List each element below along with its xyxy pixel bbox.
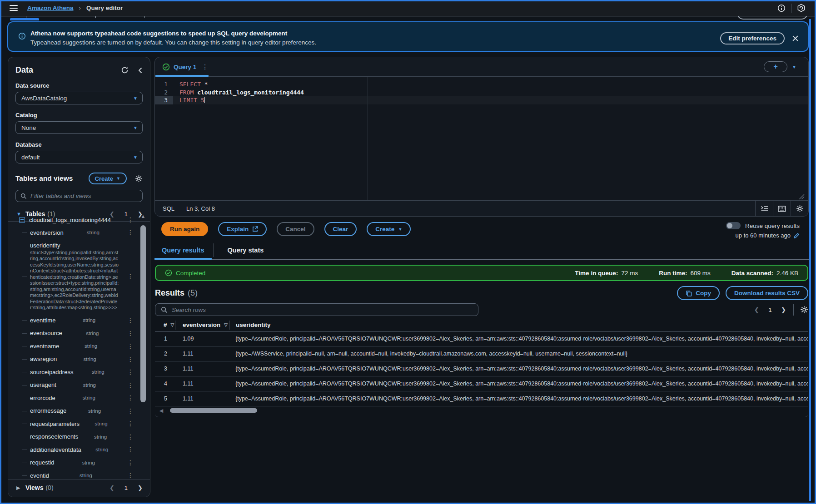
column-row[interactable]: awsregionstring⋮ (8, 353, 137, 366)
gear-icon[interactable] (135, 175, 143, 183)
scroll-up-icon[interactable]: ▲ (140, 213, 146, 219)
filter-tables-input[interactable] (30, 193, 138, 199)
run-again-button[interactable]: Run again (161, 222, 208, 236)
table-row[interactable]: 51.11{type=AssumedRole, principalid=AROA… (155, 391, 808, 406)
menu-icon[interactable] (10, 5, 18, 11)
column-row[interactable]: sourceipaddressstring⋮ (8, 366, 137, 379)
create-dropdown-button[interactable]: Create ▼ (367, 222, 411, 236)
kebab-menu-icon[interactable]: ⋮ (127, 446, 134, 453)
query-tab-menu-icon[interactable]: ⋮ (202, 63, 208, 70)
format-query-icon[interactable] (755, 201, 773, 217)
cloudshell-hexagon-icon[interactable] (793, 3, 809, 14)
hscrollbar-thumb[interactable] (170, 408, 257, 413)
column-row[interactable]: useridentitystruct<type:string,principal… (8, 239, 137, 314)
kebab-menu-icon[interactable]: ⋮ (127, 381, 134, 389)
results-next-page-icon[interactable]: ❯ (781, 306, 786, 313)
views-expand-icon[interactable]: ▶ (16, 485, 25, 491)
column-row[interactable]: eventtimestring⋮ (8, 314, 137, 327)
code-text: FROM cloudtrail_logs_monitoring4444 (173, 89, 304, 97)
column-row[interactable]: requestidstring⋮ (8, 456, 137, 469)
data-source-select[interactable]: AwsDataCatalog ▼ (15, 92, 143, 104)
column-row[interactable]: useragentstring⋮ (8, 379, 137, 392)
views-next-page-icon[interactable]: ❯ (138, 484, 143, 491)
filter-funnel-icon[interactable]: ▽ (171, 322, 174, 327)
code-line[interactable]: 1SELECT * (155, 80, 808, 89)
column-header-num[interactable]: # (164, 321, 167, 328)
sql-code-editor[interactable]: 1SELECT *2FROM cloudtrail_logs_monitorin… (155, 77, 808, 200)
filter-funnel-icon[interactable]: ▽ (224, 322, 228, 327)
database-select[interactable]: default ▼ (15, 151, 143, 163)
results-prev-page-icon[interactable]: ❮ (754, 306, 759, 313)
column-row[interactable]: errorcodestring⋮ (8, 391, 137, 405)
kebab-menu-icon[interactable]: ⋮ (127, 368, 134, 376)
download-results-csv-button[interactable]: Download results CSV (726, 286, 808, 300)
code-line[interactable]: 3LIMIT 5 (155, 96, 808, 104)
keyboard-shortcuts-icon[interactable] (773, 201, 791, 217)
views-prev-page-icon[interactable]: ❮ (109, 484, 114, 491)
kebab-menu-icon[interactable]: ⋮ (127, 472, 134, 479)
kebab-menu-icon[interactable]: ⋮ (127, 356, 134, 363)
kebab-menu-icon[interactable]: ⋮ (127, 420, 134, 427)
kebab-menu-icon[interactable]: ⋮ (127, 394, 134, 401)
kebab-menu-icon[interactable]: ⋮ (127, 216, 134, 223)
results-horizontal-scrollbar[interactable]: ◀ (155, 407, 808, 414)
kebab-menu-icon[interactable]: ⋮ (127, 342, 134, 350)
collapse-table-icon[interactable] (19, 217, 25, 223)
tab-query-stats[interactable]: Query stats (220, 241, 271, 260)
column-row[interactable]: eventsourcestring⋮ (8, 327, 137, 340)
reuse-results-toggle[interactable] (726, 222, 741, 229)
column-row[interactable]: eventnamestring⋮ (8, 340, 137, 353)
data-panel-title: Data (15, 65, 33, 75)
query-tab[interactable]: Query 1 ⋮ (155, 57, 214, 76)
edit-pencil-icon[interactable] (793, 232, 800, 239)
panel-splitter[interactable] (809, 19, 811, 501)
cancel-button[interactable]: Cancel (277, 222, 314, 236)
stat-item: Data scanned:2.46 KB (731, 270, 798, 277)
editor-ruler (367, 77, 368, 200)
table-row[interactable]: 41.11{type=AssumedRole, principalid=AROA… (155, 376, 808, 391)
sidebar-scrollbar[interactable]: ▲ ▼ (140, 213, 146, 488)
search-rows-input[interactable] (172, 306, 473, 313)
kebab-menu-icon[interactable]: ⋮ (127, 459, 134, 466)
editor-settings-gear-icon[interactable] (791, 201, 808, 217)
table-row[interactable]: 11.09{type=AssumedRole, principalid=AROA… (155, 331, 808, 346)
table-row[interactable]: 31.11{type=AssumedRole, principalid=AROA… (155, 361, 808, 376)
tab-query-results[interactable]: Query results (154, 241, 212, 260)
clear-button[interactable]: Clear (324, 222, 357, 236)
create-button[interactable]: Create ▼ (89, 173, 127, 184)
table-row[interactable]: cloudtrail_logs_monitoring4444 ⋮ (8, 213, 137, 226)
column-header-useridentity[interactable]: useridentity (236, 321, 271, 328)
column-header-eventversion[interactable]: eventversion (183, 321, 220, 328)
info-icon[interactable] (774, 3, 789, 14)
column-row[interactable]: additionaleventdatastring⋮ (8, 443, 137, 456)
column-row[interactable]: requestparametersstring⋮ (8, 417, 137, 430)
scrollbar-thumb[interactable] (140, 225, 146, 402)
chevron-down-icon: ▼ (133, 155, 138, 160)
kebab-menu-icon[interactable]: ⋮ (127, 330, 134, 337)
scroll-left-icon[interactable]: ◀ (155, 408, 168, 414)
edit-preferences-button[interactable]: Edit preferences (720, 32, 785, 44)
column-row[interactable]: eventversionstring⋮ (8, 226, 137, 239)
copy-button[interactable]: Copy (677, 286, 720, 300)
catalog-select[interactable]: None ▼ (15, 121, 143, 134)
refresh-icon[interactable] (121, 66, 129, 74)
kebab-menu-icon[interactable]: ⋮ (127, 433, 134, 440)
column-row[interactable]: responseelementsstring⋮ (8, 430, 137, 444)
results-preferences-gear-icon[interactable] (800, 306, 808, 314)
code-line[interactable]: 2FROM cloudtrail_logs_monitoring4444 (155, 89, 808, 97)
table-row[interactable]: 21.11{type=AWSService, principalid=null,… (155, 346, 808, 361)
new-query-tab-button[interactable]: + (764, 61, 787, 72)
column-row[interactable]: errormessagestring⋮ (8, 405, 137, 418)
column-type: string (87, 230, 104, 235)
tab-list-dropdown-icon[interactable]: ▼ (792, 64, 796, 69)
column-name: useragent (30, 381, 56, 388)
resize-handle[interactable] (798, 194, 805, 199)
kebab-menu-icon[interactable]: ⋮ (127, 316, 134, 324)
kebab-menu-icon[interactable]: ⋮ (127, 273, 134, 280)
collapse-panel-icon[interactable] (138, 67, 143, 74)
explain-button[interactable]: Explain (218, 222, 267, 236)
close-icon[interactable] (792, 35, 799, 42)
kebab-menu-icon[interactable]: ⋮ (127, 407, 134, 415)
breadcrumb-amazon-athena[interactable]: Amazon Athena (27, 5, 74, 11)
kebab-menu-icon[interactable]: ⋮ (127, 229, 134, 236)
